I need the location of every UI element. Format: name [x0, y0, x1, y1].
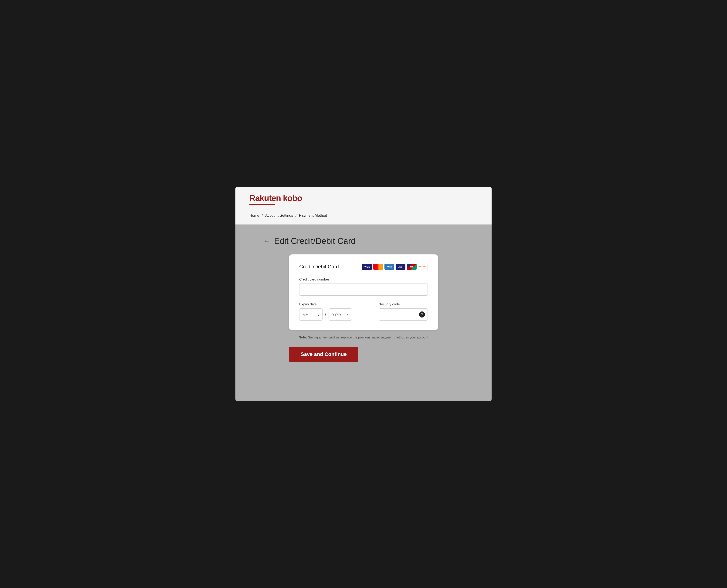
breadcrumb-account-settings[interactable]: Account Settings	[265, 213, 293, 218]
page-title-row: ← Edit Credit/Debit Card	[263, 236, 478, 246]
amex-logo: AMEX	[385, 264, 394, 270]
note-text: Note: Saving a new card will replace the…	[289, 335, 438, 339]
breadcrumb: Home / Account Settings / Payment Method	[249, 209, 478, 220]
header: Rakuten kobo Home / Account Settings / P…	[235, 187, 492, 225]
security-input-wrapper: ?	[379, 309, 428, 320]
expiry-label: Expiry date	[299, 302, 369, 306]
security-code-label: Security code	[379, 302, 428, 306]
expiry-slash: /	[325, 312, 326, 317]
expiry-year-select[interactable]: YYYY 2024 2025 2026 2027 2028 2029 2030 …	[329, 309, 352, 320]
note-body: Saving a new card will replace the previ…	[308, 335, 428, 339]
page-container: Rakuten kobo Home / Account Settings / P…	[235, 187, 492, 401]
page-title: Edit Credit/Debit Card	[274, 236, 356, 246]
main-content: ← Edit Credit/Debit Card Credit/Debit Ca…	[235, 225, 492, 376]
bottom-section: Note: Saving a new card will replace the…	[289, 335, 438, 362]
breadcrumb-home[interactable]: Home	[249, 213, 259, 218]
save-continue-button[interactable]: Save and Continue	[289, 346, 358, 362]
payment-logos: VISA AMEX VISADEBIT JCB DISCOVER	[362, 264, 428, 270]
expiry-month-wrapper: MM 01 02 03 04 05 06 07 08 09 10	[299, 309, 323, 320]
expiry-year-wrapper: YYYY 2024 2025 2026 2027 2028 2029 2030 …	[329, 309, 352, 320]
credit-card-number-field: Credit card number	[299, 277, 428, 302]
credit-card-number-input[interactable]	[299, 284, 428, 296]
security-help-button[interactable]: ?	[419, 312, 425, 317]
expiry-inputs: MM 01 02 03 04 05 06 07 08 09 10	[299, 309, 369, 320]
expiry-month-select[interactable]: MM 01 02 03 04 05 06 07 08 09 10	[299, 309, 323, 320]
expiry-security-row: Expiry date MM 01 02 03 04 05 06	[299, 302, 428, 320]
jcb-logo: JCB	[407, 264, 417, 270]
breadcrumb-separator-2: /	[295, 213, 297, 218]
card-form-header: Credit/Debit Card VISA AMEX VISADEBIT JC…	[299, 264, 428, 270]
card-form-container: Credit/Debit Card VISA AMEX VISADEBIT JC…	[289, 254, 438, 330]
expiry-section: Expiry date MM 01 02 03 04 05 06	[299, 302, 369, 320]
breadcrumb-payment-method: Payment Method	[299, 213, 327, 218]
logo-underline	[249, 204, 275, 205]
mastercard-logo	[373, 264, 383, 270]
visa-logo: VISA	[362, 264, 372, 270]
logo-text: Rakuten kobo	[249, 193, 478, 203]
back-arrow-button[interactable]: ←	[263, 237, 270, 245]
visa-debit-logo: VISADEBIT	[396, 264, 406, 270]
breadcrumb-separator-1: /	[262, 213, 263, 218]
credit-card-number-label: Credit card number	[299, 277, 428, 281]
security-section: Security code ?	[379, 302, 428, 320]
note-prefix: Note:	[299, 335, 307, 339]
card-form-title: Credit/Debit Card	[299, 264, 339, 270]
logo[interactable]: Rakuten kobo	[249, 193, 478, 205]
discover-logo: DISCOVER	[418, 264, 428, 270]
